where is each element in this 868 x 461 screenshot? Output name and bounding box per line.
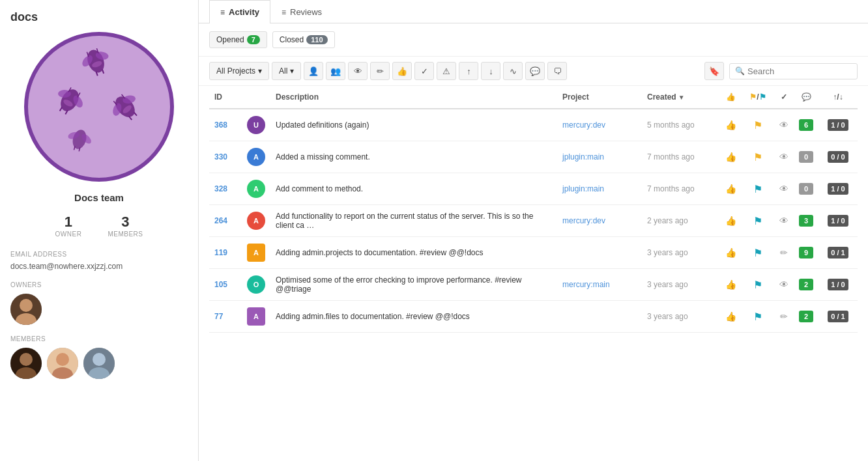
comment-filter-icon: 💬 [530,66,540,76]
warning-filter-button[interactable]: ⚠ [437,62,456,80]
thumbup-filter-icon: 👍 [397,66,407,76]
row-like-icon[interactable]: 👍 [725,120,736,130]
person-add-icon: 👤 [308,66,319,76]
owner-stat: 1 OWNER [55,214,82,238]
owner-label: OWNER [55,230,82,238]
arrow-up-filter-button[interactable]: ↑ [459,62,478,80]
svg-point-39 [93,353,106,366]
reviews-tab-icon: ≡ [282,8,286,17]
bookmark-icon: 🔖 [709,66,719,76]
sort-down-icon: ▼ [678,94,685,101]
email-value: docs.team@nowhere.xxjzzj.com [10,262,188,271]
all-button[interactable]: All ▾ [272,62,301,80]
reviews-table-container: ID Description Project Created ▼ 👍 ⚑/⚑ [199,86,868,333]
th-created[interactable]: Created ▼ [642,86,720,109]
table-row: 264AAdd functionality to report on the c… [209,205,858,237]
row-avatar: A [247,307,265,326]
table-header-row: ID Description Project Created ▼ 👍 ⚑/⚑ [209,86,858,109]
row-description: Adding admin.projects to documentation. … [270,237,557,269]
reviews-table: ID Description Project Created ▼ 👍 ⚑/⚑ [209,86,858,333]
pencil-filter-button[interactable]: ✏ [370,62,390,80]
row-id-link[interactable]: 119 [214,248,227,257]
search-input[interactable] [747,66,852,76]
row-flag-icon: ⚑ [753,216,762,227]
svg-line-27 [74,147,75,150]
row-id-link[interactable]: 330 [214,152,227,161]
member-count: 3 [108,214,143,230]
check-filter-button[interactable]: ✓ [414,62,434,80]
closed-filter-button[interactable]: Closed 110 [272,31,335,48]
row-vote-ratio: 1 / 0 [828,215,848,227]
row-id-link[interactable]: 368 [214,120,227,130]
all-projects-chevron-icon: ▾ [258,66,262,76]
row-time: 7 months ago [647,184,695,193]
row-vote-count: 2 [799,279,813,290]
row-project-link[interactable]: mercury:dev [562,216,605,225]
closed-count-badge: 110 [306,35,327,44]
row-project-link[interactable]: mercury:dev [562,120,605,130]
comment-filter-button[interactable]: 💬 [525,62,545,80]
row-id-link[interactable]: 77 [214,312,223,321]
icon-toolbar-left: All Projects ▾ All ▾ 👤 👥 👁 ✏ 👍 [209,62,567,80]
row-status-icon: 👁 [779,279,788,290]
speech-filter-button[interactable]: 🗨 [547,62,567,80]
tab-activity[interactable]: ≡ Activity [209,0,270,23]
tabs-bar: ≡ Activity ≡ Reviews [199,0,868,23]
graph-filter-button[interactable]: ∿ [503,62,523,80]
table-row: 330AAdded a missing comment.jplugin:main… [209,141,858,173]
row-project-link[interactable]: jplugin:main [562,184,604,193]
thumbup-filter-button[interactable]: 👍 [392,62,412,80]
row-project-link[interactable]: jplugin:main [562,152,604,161]
person-add-button[interactable]: 👤 [304,62,323,80]
created-sort-header[interactable]: Created ▼ [647,92,715,102]
row-description: Add comment to method. [270,173,557,205]
row-time: 7 months ago [647,152,695,161]
row-description: Updated definitions (again) [270,109,557,141]
row-like-icon[interactable]: 👍 [725,279,736,290]
row-description: Optimised some of the error checking to … [270,269,557,301]
arrow-up-filter-icon: ↑ [467,66,471,76]
row-vote-count: 6 [799,119,813,131]
row-like-icon[interactable]: 👍 [725,152,736,162]
person-remove-button[interactable]: 👥 [326,62,345,80]
status-filter-bar: Opened 7 Closed 110 [199,23,868,57]
row-status-icon: 👁 [779,120,788,130]
table-row: 328AAdd comment to method.jplugin:main7 … [209,173,858,205]
row-avatar: A [247,212,265,230]
row-flag-icon: ⚑ [753,247,762,258]
speech-filter-icon: 🗨 [553,66,562,76]
eye-filter-button[interactable]: 👁 [348,62,368,80]
table-row: 77AAdding admin.files to documentation. … [209,301,858,333]
row-avatar: A [247,244,265,262]
th-id: ID [209,86,242,109]
th-check: ✓ [774,86,794,109]
tab-reviews[interactable]: ≡ Reviews [270,0,333,23]
table-row: 119AAdding admin.projects to documentati… [209,237,858,269]
row-flag-icon: ⚑ [753,120,762,131]
main-content: ≡ Activity ≡ Reviews Opened 7 Closed 110… [199,0,868,461]
row-like-icon[interactable]: 👍 [725,184,736,194]
row-id-link[interactable]: 264 [214,216,227,225]
team-avatar [24,32,174,182]
members-list [10,348,188,379]
row-like-icon[interactable]: 👍 [725,311,736,322]
row-project-link[interactable]: mercury:main [562,280,610,289]
row-description: Add functionality to report on the curre… [270,205,557,237]
row-time: 2 years ago [647,216,688,225]
bookmark-button[interactable]: 🔖 [704,62,724,80]
row-id-link[interactable]: 328 [214,184,227,193]
row-like-icon[interactable]: 👍 [725,216,736,226]
row-id-link[interactable]: 105 [214,280,227,289]
row-flag-icon: ⚑ [753,184,762,195]
sidebar: docs [0,0,199,461]
opened-filter-button[interactable]: Opened 7 [209,31,267,48]
graph-filter-icon: ∿ [510,66,517,76]
row-vote-ratio: 0 / 1 [828,311,848,322]
row-like-icon[interactable]: 👍 [725,247,736,258]
tab-activity-label: Activity [229,7,259,17]
all-projects-button[interactable]: All Projects ▾ [209,62,269,80]
row-vote-ratio: 0 / 1 [828,247,848,258]
arrow-down-filter-button[interactable]: ↓ [481,62,500,80]
row-flag-icon: ⚑ [753,152,762,163]
member-stat: 3 MEMBERS [108,214,143,238]
